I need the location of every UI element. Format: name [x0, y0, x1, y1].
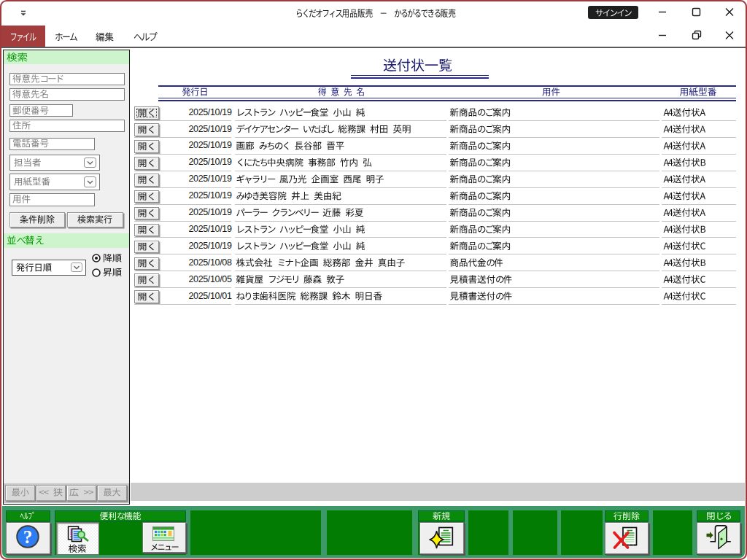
svg-text:?: ?	[23, 527, 33, 547]
